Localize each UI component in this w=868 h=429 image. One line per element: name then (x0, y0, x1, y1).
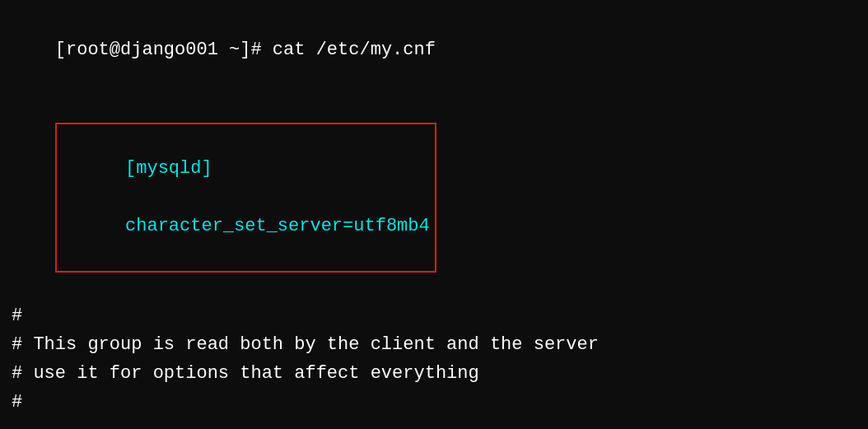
client-server-line: [client-server] (12, 417, 856, 429)
mysqld-line: [mysqld] (125, 158, 212, 179)
comment-line-2: # This group is read both by the client … (12, 330, 856, 359)
comment-line-4: # (12, 388, 856, 417)
charset-line: character_set_server=utf8mb4 (125, 216, 430, 236)
command-line-1: [root@django001 ~]# cat /etc/my.cnf (12, 7, 856, 94)
terminal-window: [root@django001 ~]# cat /etc/my.cnf [mys… (0, 0, 868, 429)
mysqld-block: [mysqld] character_set_server=utf8mb4 (55, 123, 436, 273)
prompt-1: [root@django001 ~]# cat /etc/my.cnf (55, 40, 436, 60)
comment-line-1: # (12, 301, 856, 330)
highlighted-block: [mysqld] character_set_server=utf8mb4 (12, 94, 856, 301)
comment-line-3: # use it for options that affect everyth… (12, 359, 856, 388)
